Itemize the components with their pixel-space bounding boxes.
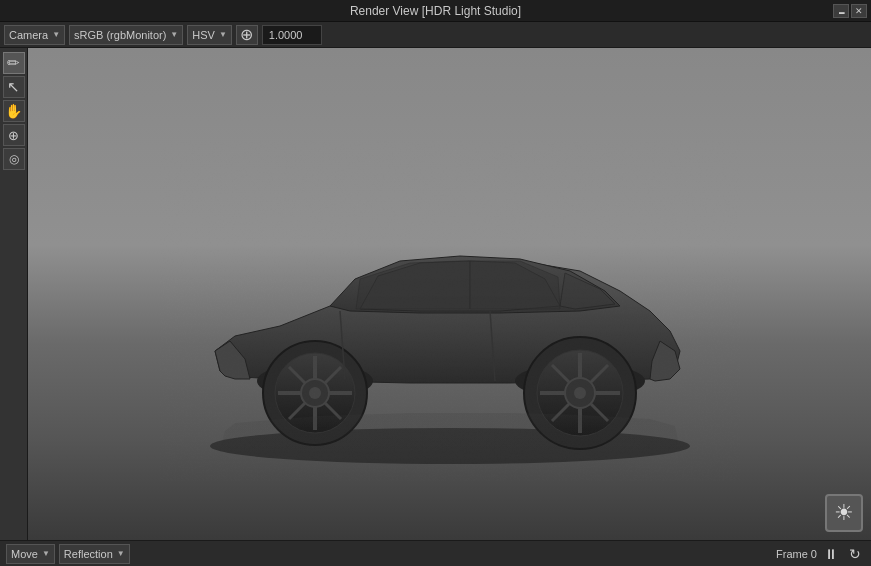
minimize-button[interactable]: 🗕 (833, 4, 849, 18)
move-dropdown[interactable]: Move ▼ (6, 544, 55, 564)
colormode-dropdown[interactable]: HSV ▼ (187, 25, 232, 45)
main-area: ✏ ↖ ✋ ⊕ ◎ (0, 48, 871, 540)
status-bar: Move ▼ Reflection ▼ Frame 0 ⏸ ↻ (0, 540, 871, 566)
sun-icon: ☀ (834, 500, 854, 526)
camera-dropdown[interactable]: Camera ▼ (4, 25, 65, 45)
render-viewport[interactable]: ☀ (28, 48, 871, 540)
refresh-button[interactable]: ↻ (845, 544, 865, 564)
select-tool-button[interactable]: ↖ (3, 76, 25, 98)
left-toolbar: ✏ ↖ ✋ ⊕ ◎ (0, 48, 28, 540)
exposure-value: 1.0000 (262, 25, 322, 45)
zoom-tool-button[interactable]: ⊕ (3, 124, 25, 146)
move-arrow: ▼ (42, 549, 50, 558)
camera-tool-button[interactable]: ◎ (3, 148, 25, 170)
reflection-arrow: ▼ (117, 549, 125, 558)
pan-tool-button[interactable]: ✋ (3, 100, 25, 122)
pause-icon: ⏸ (824, 546, 838, 562)
title-bar: Render View [HDR Light Studio] 🗕 ✕ (0, 0, 871, 22)
refresh-icon: ↻ (849, 546, 861, 562)
colorspace-label: sRGB (rgbMonitor) (74, 29, 166, 41)
color-wheel-button[interactable]: ⊕ (236, 25, 258, 45)
camera-label: Camera (9, 29, 48, 41)
frame-label: Frame 0 (776, 548, 817, 560)
reflection-dropdown[interactable]: Reflection ▼ (59, 544, 130, 564)
camera-arrow: ▼ (52, 30, 60, 39)
move-label: Move (11, 548, 38, 560)
car-render (160, 141, 740, 481)
reflection-label: Reflection (64, 548, 113, 560)
sun-icon-button[interactable]: ☀ (825, 494, 863, 532)
close-button[interactable]: ✕ (851, 4, 867, 18)
title-bar-title: Render View [HDR Light Studio] (350, 4, 521, 18)
pause-button[interactable]: ⏸ (821, 544, 841, 564)
svg-rect-19 (160, 141, 740, 481)
brush-tool-button[interactable]: ✏ (3, 52, 25, 74)
toolbar-row: Camera ▼ sRGB (rgbMonitor) ▼ HSV ▼ ⊕ 1.0… (0, 22, 871, 48)
colorspace-arrow: ▼ (170, 30, 178, 39)
colormode-arrow: ▼ (219, 30, 227, 39)
colormode-label: HSV (192, 29, 215, 41)
colorspace-dropdown[interactable]: sRGB (rgbMonitor) ▼ (69, 25, 183, 45)
title-bar-controls: 🗕 ✕ (833, 4, 867, 18)
